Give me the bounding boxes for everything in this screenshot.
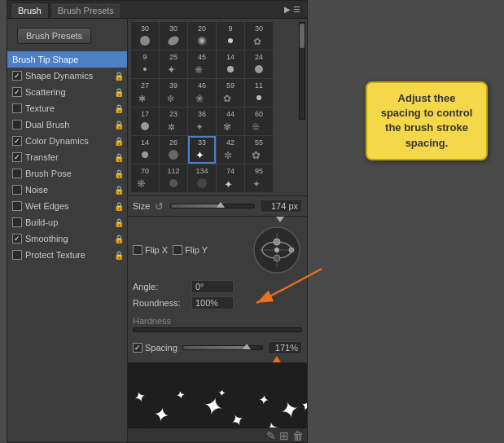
lock-icon: 🔒 bbox=[114, 202, 124, 211]
checkbox-protect-texture[interactable] bbox=[12, 250, 22, 260]
svg-text:✦: ✦ bbox=[175, 388, 187, 402]
flip-y-checkbox[interactable] bbox=[173, 245, 182, 255]
sidebar-item-texture[interactable]: Texture 🔒 bbox=[7, 100, 127, 116]
hardness-slider[interactable] bbox=[133, 327, 302, 332]
brush-cell[interactable]: 46 ❀ bbox=[188, 79, 216, 107]
roundness-input[interactable] bbox=[191, 296, 234, 309]
brush-cell[interactable]: 70 ❋ bbox=[131, 164, 159, 192]
spacing-slider[interactable] bbox=[182, 345, 263, 350]
brush-cell[interactable]: 134 bbox=[188, 164, 216, 192]
delete-brush-icon[interactable]: 🗑 bbox=[292, 429, 304, 442]
new-brush-icon[interactable]: ✎ bbox=[266, 429, 276, 442]
flip-y-label: Flip Y bbox=[185, 245, 208, 255]
svg-point-9 bbox=[255, 65, 263, 73]
sidebar-item-scattering[interactable]: ✓ Scattering 🔒 bbox=[7, 84, 127, 100]
checkbox-dual-brush[interactable] bbox=[12, 120, 22, 129]
svg-point-27 bbox=[197, 178, 207, 188]
svg-point-0 bbox=[140, 36, 150, 46]
checkbox-noise[interactable] bbox=[12, 185, 22, 195]
checkbox-transfer[interactable]: ✓ bbox=[12, 152, 22, 162]
tab-brush-presets[interactable]: Brush Presets bbox=[50, 2, 121, 18]
checkbox-wet-edges[interactable] bbox=[12, 201, 22, 211]
brush-cell[interactable]: 14 bbox=[217, 50, 244, 78]
bottom-bar: ✎ ⊞ 🗑 bbox=[128, 428, 307, 442]
checkbox-color-dynamics[interactable]: ✓ bbox=[12, 136, 22, 146]
svg-point-20 bbox=[142, 151, 148, 158]
sidebar-item-shape-dynamics[interactable]: ✓ Shape Dynamics 🔒 bbox=[7, 68, 127, 84]
brush-cell[interactable]: 95 ✦ bbox=[245, 164, 273, 192]
brush-cell[interactable]: 112 bbox=[160, 164, 187, 192]
brush-cell[interactable]: 9 bbox=[217, 22, 244, 50]
brush-cell[interactable]: 24 bbox=[245, 50, 273, 78]
size-row: Size ↺ 174 px bbox=[128, 196, 307, 217]
size-value[interactable]: 174 px bbox=[260, 200, 302, 213]
spacing-checkbox-group[interactable]: ✓ Spacing bbox=[133, 343, 177, 353]
sidebar-item-buildup[interactable]: Build-up 🔒 bbox=[7, 214, 127, 230]
brush-cell[interactable]: 25 ✦ bbox=[160, 50, 187, 78]
brush-cell[interactable]: 30 bbox=[131, 22, 159, 50]
sidebar-item-label: Transfer bbox=[25, 152, 114, 162]
checkbox-brush-pose[interactable] bbox=[12, 169, 22, 178]
brush-cell[interactable]: 74 ✦ bbox=[217, 164, 244, 192]
sidebar-item-protect-texture[interactable]: Protect Texture 🔒 bbox=[7, 247, 127, 263]
brush-cell[interactable]: 26 bbox=[160, 136, 187, 164]
flip-x-group[interactable]: Flip X bbox=[133, 245, 168, 255]
angle-input[interactable] bbox=[191, 280, 234, 293]
brush-cell[interactable]: 30 ✿ bbox=[245, 22, 273, 50]
sidebar-item-transfer[interactable]: ✓ Transfer 🔒 bbox=[7, 149, 127, 165]
checkbox-shape-dynamics[interactable]: ✓ bbox=[12, 71, 22, 81]
brush-library-icon[interactable]: ⊞ bbox=[279, 429, 289, 442]
checkbox-texture[interactable] bbox=[12, 103, 22, 113]
sidebar-item-label: Smoothing bbox=[25, 234, 114, 243]
angle-compass bbox=[252, 225, 302, 275]
sidebar-item-label: Brush Tip Shape bbox=[12, 55, 124, 64]
sidebar-item-smoothing[interactable]: ✓ Smoothing 🔒 bbox=[7, 230, 127, 247]
size-slider[interactable] bbox=[170, 204, 255, 208]
brush-cell[interactable]: 55 ✿ bbox=[245, 136, 273, 164]
angle-area: Angle: Roundness: bbox=[128, 279, 307, 314]
brush-presets-button[interactable]: Brush Presets bbox=[17, 28, 91, 44]
brush-cell[interactable]: 44 ✾ bbox=[217, 107, 244, 135]
tab-menu-button[interactable]: ▶ ☰ bbox=[281, 3, 304, 15]
brush-grid-scrollbar[interactable] bbox=[299, 22, 305, 120]
sidebar-item-color-dynamics[interactable]: ✓ Color Dynamics 🔒 bbox=[7, 133, 127, 149]
sidebar-item-dual-brush[interactable]: Dual Brush 🔒 bbox=[7, 116, 127, 133]
brush-cell[interactable]: 9 bbox=[131, 50, 159, 78]
brush-cell[interactable]: 11 bbox=[245, 79, 273, 107]
sidebar-item-noise[interactable]: Noise 🔒 bbox=[7, 182, 127, 198]
brush-cell[interactable]: 59 ✿ bbox=[217, 79, 244, 107]
spacing-value[interactable]: 171% bbox=[268, 341, 302, 354]
checkbox-smoothing[interactable]: ✓ bbox=[12, 234, 22, 243]
brush-cell[interactable]: 27 ✱ bbox=[131, 79, 159, 107]
lock-icon: 🔒 bbox=[114, 137, 124, 146]
sidebar-container: Brush Presets Brush Tip Shape ✓ Shape Dy… bbox=[7, 19, 307, 442]
brush-cell[interactable]: 39 ✼ bbox=[160, 79, 187, 107]
brush-cell[interactable]: 60 ❊ bbox=[245, 107, 273, 135]
reset-icon[interactable]: ↺ bbox=[155, 200, 164, 213]
tab-brush[interactable]: Brush bbox=[11, 2, 49, 18]
checkbox-buildup[interactable] bbox=[12, 217, 22, 227]
sidebar-item-wet-edges[interactable]: Wet Edges 🔒 bbox=[7, 198, 127, 214]
sidebar-item-brush-tip-shape[interactable]: Brush Tip Shape bbox=[7, 51, 127, 68]
brush-cell[interactable]: 14 bbox=[131, 136, 159, 164]
spacing-label: Spacing bbox=[145, 343, 177, 353]
svg-point-36 bbox=[274, 255, 280, 261]
checkbox-scattering[interactable]: ✓ bbox=[12, 87, 22, 97]
flip-x-checkbox[interactable] bbox=[133, 245, 142, 255]
brush-cell-selected[interactable]: 33 ✦ bbox=[188, 136, 216, 164]
svg-point-8 bbox=[227, 66, 234, 72]
sidebar-item-label: Shape Dynamics bbox=[25, 71, 114, 81]
flip-y-group[interactable]: Flip Y bbox=[173, 245, 208, 255]
callout-tooltip: Adjust thee spacing to control the brush… bbox=[366, 81, 488, 160]
spacing-checkbox[interactable]: ✓ bbox=[133, 343, 142, 353]
brush-cell[interactable]: 45 ❋ bbox=[188, 50, 216, 78]
size-slider-bottom-arrow bbox=[276, 217, 284, 222]
sidebar-item-brush-pose[interactable]: Brush Pose 🔒 bbox=[7, 165, 127, 182]
svg-text:✦: ✦ bbox=[263, 418, 282, 428]
brush-cell[interactable]: 30 bbox=[160, 22, 187, 50]
brush-cell[interactable]: 20 bbox=[188, 22, 216, 50]
brush-cell[interactable]: 36 ✦ bbox=[188, 107, 216, 135]
brush-cell[interactable]: 23 ✲ bbox=[160, 107, 187, 135]
brush-cell[interactable]: 42 ✼ bbox=[217, 136, 244, 164]
brush-cell[interactable]: 17 bbox=[131, 107, 159, 135]
